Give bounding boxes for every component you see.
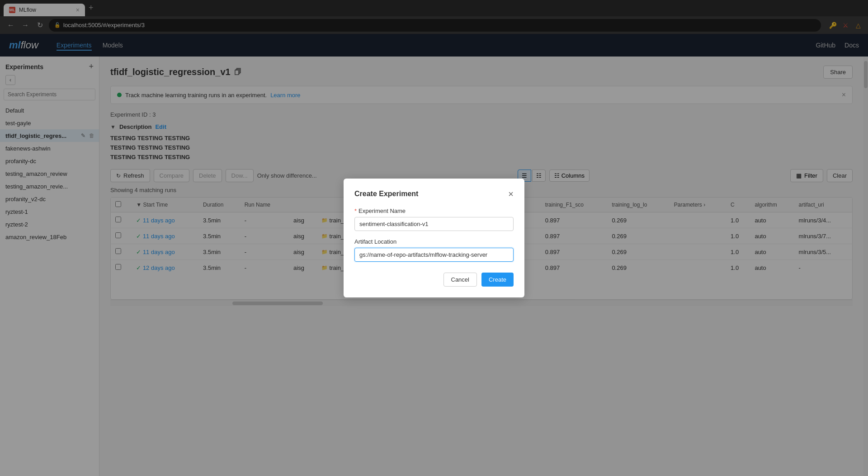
modal-overlay[interactable]: Create Experiment × * Experiment Name Ar… [0, 0, 868, 476]
cancel-button[interactable]: Cancel [443, 273, 477, 287]
modal-close-button[interactable]: × [508, 189, 514, 198]
experiment-name-input[interactable] [354, 217, 514, 231]
artifact-location-field: Artifact Location [354, 238, 514, 262]
artifact-location-label: Artifact Location [354, 238, 514, 245]
experiment-name-label: * Experiment Name [354, 207, 514, 214]
artifact-location-input[interactable] [354, 248, 514, 262]
create-button[interactable]: Create [481, 273, 514, 287]
create-experiment-modal: Create Experiment × * Experiment Name Ar… [344, 179, 524, 297]
modal-footer: Cancel Create [354, 273, 514, 287]
modal-title: Create Experiment [354, 190, 418, 198]
modal-header: Create Experiment × [354, 189, 514, 198]
experiment-name-field: * Experiment Name [354, 207, 514, 231]
required-indicator: * [354, 207, 357, 214]
